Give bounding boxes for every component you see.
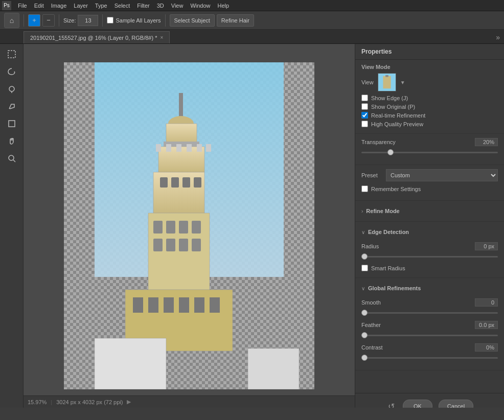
ok-button[interactable]: OK [403,400,432,408]
tab-close-button[interactable]: × [160,35,163,40]
tool-zoom[interactable] [4,150,20,167]
svg-rect-14 [176,144,181,152]
svg-rect-43 [385,75,388,77]
svg-rect-34 [148,297,158,313]
remember-settings-label[interactable]: Remember Settings [371,186,421,192]
feather-slider[interactable] [361,335,498,336]
size-label: Size: [63,17,76,24]
preset-row: Preset Custom Default Hair [361,169,498,181]
document-dimensions: 3024 px x 4032 px (72 ppi) [56,399,123,405]
svg-rect-25 [166,221,175,234]
smart-radius-label[interactable]: Smart Radius [371,265,405,271]
global-refinements-title: Global Refinements [368,285,421,291]
radius-slider[interactable] [361,256,498,258]
refine-hair-button[interactable]: Refine Hair [217,14,254,27]
feather-label: Feather [361,322,381,328]
menu-file[interactable]: File [14,2,31,10]
menu-type[interactable]: Type [91,2,111,10]
preset-select[interactable]: Custom Default Hair [386,169,498,181]
edge-detection-chevron: ∨ [361,229,365,235]
svg-rect-28 [153,239,163,251]
home-button[interactable]: ⌂ [4,13,19,28]
feather-value: 0.0 px [475,321,498,329]
view-thumbnail[interactable] [378,73,396,91]
size-input[interactable] [78,15,98,26]
svg-rect-22 [194,177,201,188]
menu-view[interactable]: View [168,2,187,10]
hq-preview-label[interactable]: High Quality Preview [371,121,423,127]
sample-all-layers-checkbox[interactable] [107,17,113,24]
svg-point-4 [9,155,14,160]
menu-layer[interactable]: Layer [70,2,91,10]
show-original-label[interactable]: Show Original (P) [371,104,415,110]
cancel-button[interactable]: Cancel [439,400,473,408]
view-mode-label: View Mode [361,64,498,70]
toolbar-sep-2 [59,14,59,27]
view-row: View ▼ [361,73,498,91]
tool-hand[interactable] [4,133,20,149]
realtime-label[interactable]: Real-time Refinement [371,112,425,119]
toolbar-sep-1 [24,14,24,27]
transparency-slider[interactable] [361,152,498,153]
select-subject-button[interactable]: Select Subject [170,14,215,27]
tool-shape[interactable] [4,115,20,132]
canvas-image [64,62,314,389]
tab-bar: 20190201_155527.jpg @ 16% (Layer 0, RGB/… [0,30,504,44]
radius-value: 0 px [475,242,498,250]
tool-marquee[interactable] [4,46,20,62]
hq-preview-checkbox[interactable] [361,121,368,127]
smart-radius-checkbox[interactable] [361,265,368,271]
bottom-buttons: ↺ OK Cancel [355,393,504,408]
canvas-area: 15.97% | 3024 px x 4032 px (72 ppi) ▶ [24,44,355,408]
menu-select[interactable]: Select [111,2,134,10]
reset-button[interactable]: ↺ [386,400,397,408]
menu-edit[interactable]: Edit [31,2,48,10]
refine-mode-header[interactable]: › Refine Mode [361,205,498,217]
remember-settings-checkbox[interactable] [361,185,368,192]
menu-image[interactable]: Image [48,2,71,10]
transparency-label-row: Transparency 20% [361,138,498,146]
tool-lasso[interactable] [4,63,20,80]
properties-panel: Properties View Mode View ▼ [355,44,504,408]
smooth-slider[interactable] [361,312,498,314]
view-label: View [361,79,374,85]
show-original-checkbox[interactable] [361,103,368,110]
global-refinements-header[interactable]: ∨ Global Refinements [361,282,498,294]
view-dropdown-arrow[interactable]: ▼ [400,80,405,85]
add-to-selection-btn[interactable]: + [28,14,40,27]
tab-more-button[interactable]: » [496,33,500,41]
svg-rect-26 [179,221,188,234]
svg-rect-40 [248,348,299,389]
menu-help[interactable]: Help [214,2,233,10]
menu-window[interactable]: Window [187,2,214,10]
show-edge-row: Show Edge (J) [361,95,498,101]
tool-pen[interactable] [4,98,20,114]
realtime-checkbox[interactable] [361,112,368,119]
radius-slider-track [361,252,498,261]
sample-all-layers-label[interactable]: Sample All Layers [107,17,161,24]
feather-label-row: Feather 0.0 px [361,321,498,329]
contrast-slider[interactable] [361,357,498,359]
document-tab[interactable]: 20190201_155527.jpg @ 16% (Layer 0, RGB/… [24,31,170,43]
contrast-value: 0% [475,343,498,352]
svg-rect-36 [179,297,189,313]
sample-all-layers-text: Sample All Layers [116,17,161,24]
menu-3d[interactable]: 3D [153,2,168,10]
radius-slider-container: Radius 0 px [361,242,498,261]
svg-rect-16 [197,144,202,152]
status-arrow[interactable]: ▶ [127,399,131,405]
svg-rect-3 [9,121,15,127]
svg-point-1 [9,86,14,91]
contrast-slider-track [361,354,498,362]
transparency-value: 20% [475,138,498,146]
show-edge-label[interactable]: Show Edge (J) [371,95,408,101]
subtract-from-selection-btn[interactable]: − [42,14,55,27]
svg-rect-29 [166,239,175,251]
transparency-section: Transparency 20% [355,134,504,165]
realtime-row: Real-time Refinement [361,112,498,119]
menu-filter[interactable]: Filter [133,2,153,10]
hq-preview-row: High Quality Preview [361,121,498,127]
tool-brush[interactable] [4,81,20,97]
show-edge-checkbox[interactable] [361,95,368,101]
edge-detection-header[interactable]: ∨ Edge Detection [361,226,498,238]
